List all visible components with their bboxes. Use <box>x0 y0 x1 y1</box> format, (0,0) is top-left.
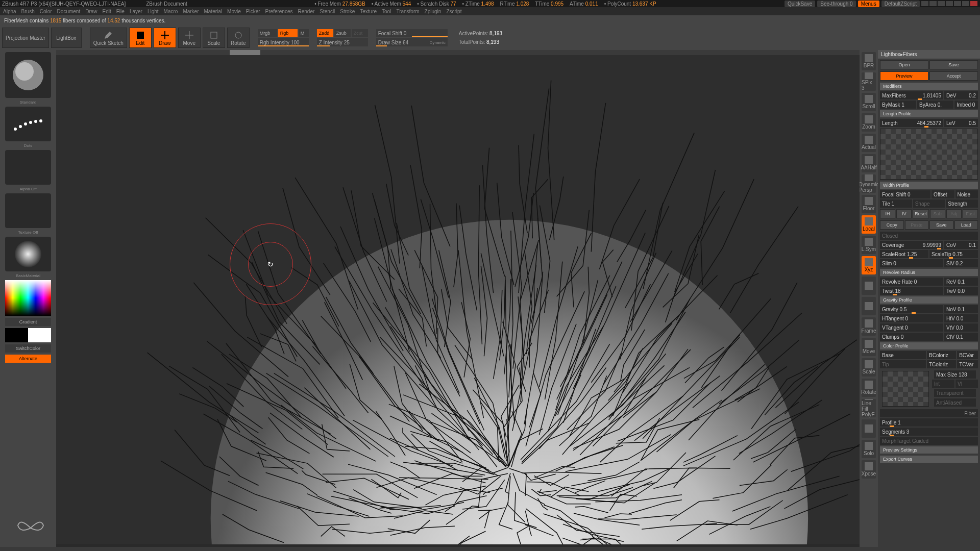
transparent-button[interactable]: Transparent <box>934 389 976 397</box>
menu-render[interactable]: Render <box>298 9 315 14</box>
shelf-btn18[interactable] <box>862 419 876 438</box>
quicksave-button[interactable]: QuickSave <box>785 1 815 7</box>
dev-slider[interactable]: DeV0.2 <box>944 91 978 99</box>
zadd-button[interactable]: Zadd <box>317 29 333 37</box>
menu-material[interactable]: Material <box>204 9 223 14</box>
shelf-spix-3[interactable]: SPix 3 <box>862 72 876 91</box>
rgb-intensity-slider[interactable]: Rgb Intensity 100 <box>258 38 309 46</box>
menu-alpha[interactable]: Alpha <box>3 9 16 14</box>
shelf-bpr[interactable]: BPR <box>862 52 876 70</box>
open-button[interactable]: Open <box>880 60 928 69</box>
move-button[interactable]: Move <box>178 28 201 48</box>
color-swatches[interactable] <box>5 328 51 342</box>
menu-brush[interactable]: Brush <box>21 9 35 14</box>
menu-zplugin[interactable]: Zplugin <box>425 9 442 14</box>
morphtarget-button[interactable]: MorphTarget Guided <box>880 437 978 445</box>
edit-button[interactable]: Edit <box>129 28 152 48</box>
gravity-profile-section[interactable]: Gravity Profile <box>880 296 978 304</box>
bcoloriz-button[interactable]: BColoriz <box>927 351 956 359</box>
menu-document[interactable]: Document <box>57 9 81 14</box>
menu-picker[interactable]: Picker <box>246 9 260 14</box>
viewport[interactable] <box>56 50 860 547</box>
switchcolor-button[interactable]: SwitchColor <box>5 344 51 353</box>
adj-button[interactable]: Adj <box>946 209 962 218</box>
tcoloriz-button[interactable]: TColoriz <box>927 360 956 368</box>
fv-button[interactable]: fV <box>896 209 912 218</box>
length-slider[interactable]: Length484.25372 <box>880 119 943 127</box>
win-2-button[interactable] <box>929 1 937 6</box>
scale-button[interactable]: Scale <box>203 28 225 48</box>
tcvar-slider[interactable]: TCVar <box>957 360 978 368</box>
imbed-slider[interactable]: Imbed 0 <box>954 101 978 109</box>
draw-size-slider[interactable]: Draw Size 64Dynamic <box>376 38 448 46</box>
clv-slider[interactable]: ClV 0.1 <box>944 333 978 341</box>
preview-settings-section[interactable]: Preview Settings <box>880 446 978 454</box>
menu-preferences[interactable]: Preferences <box>265 9 293 14</box>
segments-slider[interactable]: Segments 3 <box>880 428 978 436</box>
menus-button[interactable]: Menus <box>858 1 879 7</box>
menu-light[interactable]: Light <box>148 9 159 14</box>
mrgb-button[interactable]: Mrgb <box>258 29 277 37</box>
defaultzscript-button[interactable]: DefaultZScript <box>881 1 920 7</box>
zcut-button[interactable]: Zcut <box>352 29 368 37</box>
win-1-button[interactable] <box>921 1 928 6</box>
material-thumb[interactable] <box>5 237 51 271</box>
projection-master-button[interactable]: Projection Master <box>2 28 49 48</box>
texture-thumb[interactable] <box>5 193 51 228</box>
length-curve[interactable] <box>880 129 978 180</box>
menu-tool[interactable]: Tool <box>382 9 391 14</box>
color-picker[interactable] <box>5 280 51 316</box>
htangent-slider[interactable]: HTangent 0 <box>880 314 943 322</box>
color-curve[interactable] <box>882 371 929 407</box>
shelf-move[interactable]: Move <box>862 338 876 356</box>
maxfibers-slider[interactable]: MaxFibers1.81405 <box>880 91 943 99</box>
revolve-radius-section[interactable]: Revolve Radius <box>880 269 978 276</box>
base-color[interactable]: Base <box>880 351 926 359</box>
shelf-btn12[interactable] <box>862 297 876 315</box>
horizontal-scrollbar[interactable] <box>56 50 860 55</box>
revolve-rate-slider[interactable]: Revolve Rate 0 <box>880 278 943 286</box>
gradient-button[interactable]: Gradient <box>5 318 51 326</box>
seethrough-button[interactable]: See-through 0 <box>817 1 855 7</box>
menu-macro[interactable]: Macro <box>164 9 178 14</box>
color-profile-section[interactable]: Color Profile <box>880 342 978 349</box>
twist-slider[interactable]: Twist 18 <box>880 287 943 295</box>
rgb-button[interactable]: Rgb <box>278 29 298 37</box>
width-profile-section[interactable]: Width Profile <box>880 182 978 189</box>
win-3-button[interactable] <box>938 1 945 6</box>
twv-slider[interactable]: TwV 0.0 <box>944 287 978 295</box>
fh-button[interactable]: fH <box>880 209 895 218</box>
vtv-slider[interactable]: VtV 0.0 <box>944 323 978 332</box>
nov-slider[interactable]: NoV 0.1 <box>944 305 978 313</box>
quicksketch-button[interactable]: Quick Sketch <box>90 28 127 48</box>
shelf-xpose[interactable]: Xpose <box>862 460 876 479</box>
accept-button[interactable]: Accept <box>929 71 978 81</box>
win-6-button[interactable] <box>962 1 969 6</box>
copy-button[interactable]: Copy <box>880 220 904 230</box>
shelf-local[interactable]: Local <box>862 215 876 234</box>
shelf-scale[interactable]: Scale <box>862 358 876 377</box>
menu-texture[interactable]: Texture <box>360 9 377 14</box>
brush-thumb[interactable] <box>5 52 51 98</box>
vi-button[interactable]: VI <box>955 380 978 388</box>
menu-stencil[interactable]: Stencil <box>320 9 335 14</box>
menu-zscript[interactable]: Zscript <box>446 9 461 14</box>
shelf-actual[interactable]: Actual <box>862 134 876 152</box>
shelf-floor[interactable]: Floor <box>862 195 876 213</box>
clumps-slider[interactable]: Clumps 0 <box>880 333 943 341</box>
bymask-slider[interactable]: ByMask 1 <box>880 101 916 109</box>
rotate-button[interactable]: Rotate <box>227 28 250 48</box>
menu-layer[interactable]: Layer <box>130 9 142 14</box>
shelf-zoom[interactable]: Zoom <box>862 113 876 132</box>
shelf-scroll[interactable]: Scroll <box>862 93 876 111</box>
zsub-button[interactable]: Zsub <box>334 29 351 37</box>
preview-button[interactable]: Preview <box>880 71 928 81</box>
focal-shift-panel-slider[interactable]: Focal Shift 0 <box>880 190 930 198</box>
byarea-slider[interactable]: ByArea 0. <box>917 101 953 109</box>
scaleroot-slider[interactable]: ScaleRoot 1.25 <box>880 250 928 258</box>
rev-slider[interactable]: ReV 0.1 <box>944 278 978 286</box>
sub-button[interactable]: Sub <box>930 209 945 218</box>
export-curves-section[interactable]: Export Curves <box>880 456 978 463</box>
win-5-button[interactable] <box>954 1 961 6</box>
scaletip-slider[interactable]: ScaleTip 0.75 <box>929 250 978 258</box>
